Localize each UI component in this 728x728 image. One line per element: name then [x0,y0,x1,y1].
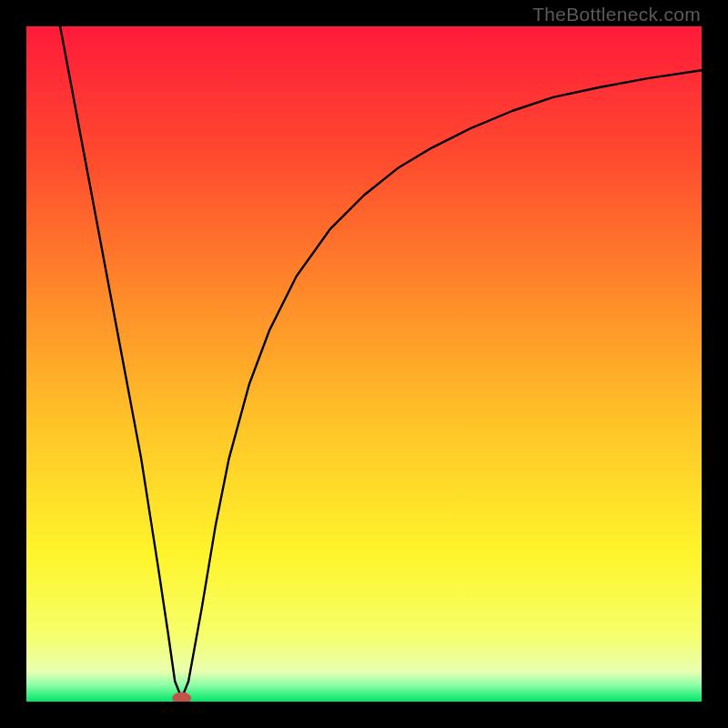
chart-background [26,26,702,702]
watermark-text: TheBottleneck.com [532,4,701,25]
bottleneck-chart [26,26,702,702]
chart-frame [26,26,702,702]
